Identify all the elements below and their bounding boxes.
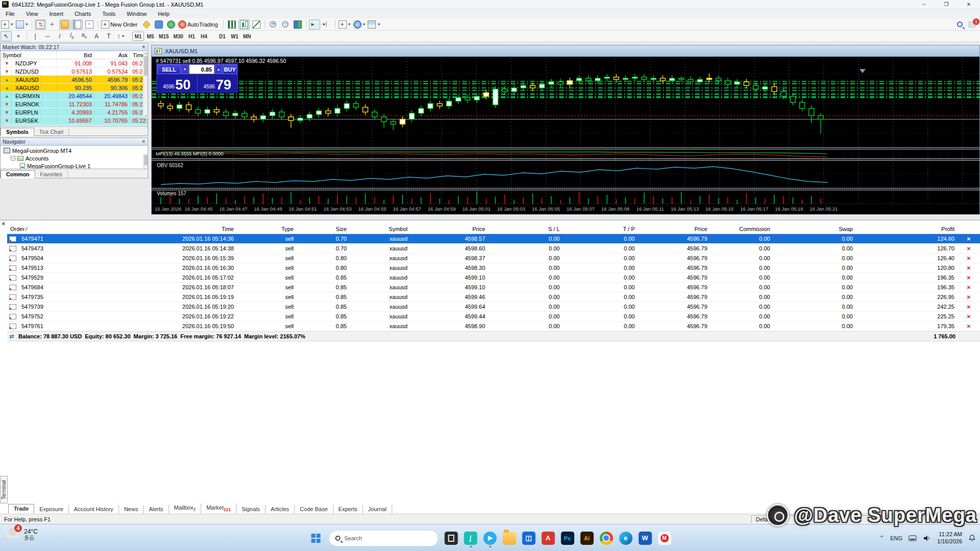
timeframe-d1[interactable]: D1 — [217, 32, 228, 41]
cursor-tool[interactable]: ↖ — [1, 31, 12, 41]
new-order-button[interactable]: New Order — [101, 19, 140, 30]
edge-icon[interactable]: e — [616, 528, 635, 548]
market-watch-row[interactable]: ▼NZDJPY91.00891.04305:22:16 — [1, 59, 148, 67]
data-window-button[interactable] — [47, 19, 58, 30]
column-bid[interactable]: Bid — [57, 51, 94, 59]
trendline-tool[interactable]: / — [54, 31, 65, 41]
buy-button[interactable]: BUY — [223, 64, 237, 74]
autotrading-button[interactable]: AutoTrading — [178, 19, 221, 30]
folder-icon[interactable] — [499, 528, 519, 548]
navigator-tab-favorites[interactable]: Favorites — [35, 171, 68, 178]
orders-column-order[interactable]: Order ∕ — [7, 224, 79, 234]
market-watch-row[interactable]: ▼EURPLN4.209934.2175505:22:11 — [1, 108, 148, 117]
order-row[interactable]: 54797352026.01.16 05:19:19sell0.85xauusd… — [7, 292, 980, 302]
market-watch-row[interactable]: ▲EURMXN20.4854420.4984305:22:16 — [1, 92, 148, 100]
timeframe-m30[interactable]: M30 — [171, 32, 185, 41]
shark-app-icon[interactable]: ʃ — [461, 528, 480, 548]
auto-scroll-button[interactable] — [309, 19, 320, 30]
terminal-tab-journal[interactable]: Journal — [363, 505, 392, 514]
terminal-tab-signals[interactable]: Signals — [236, 505, 266, 514]
buy-price[interactable]: 4596 79 — [198, 75, 238, 92]
collapse-icon[interactable]: − — [11, 156, 15, 160]
fibonacci-tool[interactable]: ≡F — [79, 31, 90, 41]
chart-shift-button[interactable] — [321, 19, 332, 30]
telegram-icon[interactable] — [480, 528, 499, 548]
orders-column-s-l[interactable]: S / L — [488, 224, 563, 234]
menu-tools[interactable]: Tools — [97, 9, 121, 18]
strategy-tester-button[interactable] — [84, 19, 95, 30]
bar-chart-button[interactable] — [226, 19, 237, 30]
market-watch-toggle[interactable] — [35, 19, 46, 30]
restore-button[interactable]: ❐ — [935, 0, 958, 9]
terminal-tab-trade[interactable]: Trade — [8, 504, 34, 514]
navigator-toggle[interactable] — [59, 19, 70, 30]
market-watch-row[interactable]: ▼EURNOK11.7230311.7478605:22:16 — [1, 100, 148, 108]
menu-file[interactable]: File — [0, 9, 20, 18]
order-row[interactable]: 54797612026.01.16 05:19:50sell0.85xauusd… — [7, 322, 980, 331]
column-symbol[interactable]: Symbol — [1, 51, 57, 59]
chrome-icon[interactable] — [596, 528, 616, 548]
terminal-tab-mailbox[interactable]: Mailbox7 — [169, 503, 202, 514]
terminal-side-label[interactable]: Terminal — [0, 476, 8, 503]
order-row[interactable]: 54797522026.01.16 05:19:22sell0.85xauusd… — [7, 312, 980, 322]
touch-keyboard-icon[interactable] — [909, 535, 917, 542]
close-order-icon[interactable]: ✕ — [958, 263, 980, 272]
market-watch-scrollbar[interactable]: ▲▼ — [143, 52, 148, 118]
search-icon[interactable] — [957, 21, 963, 27]
weather-widget[interactable]: 4 24°C 多云 — [5, 528, 38, 541]
chart-titlebar[interactable]: XAUUSD,M1 — [152, 45, 979, 57]
close-order-icon[interactable]: ✕ — [958, 292, 980, 302]
timeframe-m5[interactable]: M5 — [145, 32, 156, 41]
minimize-button[interactable]: ─ — [913, 0, 935, 9]
orders-column-time[interactable]: Time — [79, 224, 237, 234]
order-row[interactable]: 54794712026.01.16 05:14:36sell0.70xauusd… — [7, 234, 980, 244]
profiles-button[interactable]: ▼ — [15, 19, 29, 30]
terminal-tab-alerts[interactable]: Alerts — [144, 505, 169, 514]
terminal-tab-code-base[interactable]: Code Base — [295, 505, 333, 514]
close-button[interactable]: ✕ — [958, 0, 980, 9]
taskbar-clock[interactable]: 11:22 AM 1/16/2026 — [937, 531, 962, 545]
acrobat-icon[interactable]: A — [538, 528, 558, 548]
notification-bell-icon[interactable] — [968, 534, 976, 542]
zoom-out-button[interactable] — [280, 19, 291, 30]
sell-button[interactable]: SELL — [157, 64, 181, 74]
market-watch-tab-symbols[interactable]: Symbols — [1, 128, 34, 136]
terminal-tab-articles[interactable]: Articles — [266, 505, 295, 514]
arrows-tool[interactable]: ↑▼ — [115, 31, 127, 41]
volume-up-button[interactable]: ▲ — [215, 64, 222, 74]
terminal-close-icon[interactable]: ✕ — [2, 221, 6, 226]
market-watch-row[interactable]: ▼NZDUSD0.575130.5753405:22:15 — [1, 67, 148, 76]
menu-view[interactable]: View — [20, 9, 44, 18]
column-ask[interactable]: Ask — [94, 51, 130, 59]
navigator-item-broker[interactable]: MegaFusionGroup MT4 — [3, 147, 148, 154]
files-app-icon[interactable] — [441, 528, 461, 548]
text-tool[interactable]: A — [91, 31, 102, 41]
navigator-item-accounts[interactable]: − Accounts — [3, 154, 148, 162]
templates-button[interactable]: ▼ — [367, 19, 381, 30]
orders-column-price[interactable]: Price — [638, 224, 710, 234]
order-row[interactable]: 54795042026.01.16 05:15:39sell0.80xauusd… — [7, 254, 980, 263]
indicators-button[interactable]: ▼ — [338, 19, 352, 30]
volume-down-button[interactable]: ▼ — [181, 64, 188, 74]
orders-column-commission[interactable]: Commission — [710, 224, 773, 234]
notifications-icon[interactable]: 1 — [968, 21, 976, 28]
status-profile[interactable]: Default — [751, 515, 858, 523]
candlestick-chart-button[interactable] — [238, 19, 250, 30]
terminal-tab-experts[interactable]: Experts — [333, 505, 363, 514]
orders-column-symbol[interactable]: Symbol — [350, 224, 411, 234]
market-watch-row[interactable]: ▲XAGUSD90.23590.30605:22:16 — [1, 84, 148, 92]
sell-price[interactable]: 4596 50 — [157, 75, 198, 92]
menu-insert[interactable]: Insert — [43, 9, 69, 18]
text-label-tool[interactable]: T — [103, 31, 114, 41]
line-chart-button[interactable] — [251, 19, 262, 30]
periods-button[interactable]: ▼ — [353, 19, 367, 30]
orders-column-size[interactable]: Size — [297, 224, 350, 234]
timeframe-m1[interactable]: M1 — [132, 32, 144, 41]
tray-chevron-icon[interactable]: ⌃ — [879, 535, 884, 541]
order-row[interactable]: 54796842026.01.16 05:18:07sell0.85xauusd… — [7, 283, 980, 292]
menu-help[interactable]: Help — [152, 9, 175, 18]
metaeditor-button[interactable] — [141, 19, 152, 30]
mega-icon[interactable] — [655, 528, 674, 548]
terminal-toggle[interactable] — [71, 19, 83, 30]
expert-advisors-button[interactable] — [153, 19, 164, 30]
